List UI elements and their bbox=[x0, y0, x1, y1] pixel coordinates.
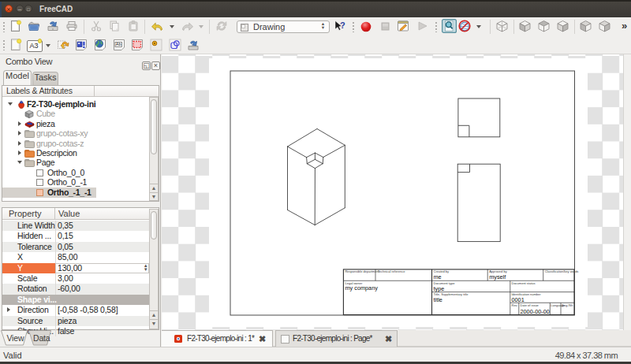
svg-text:Ab: Ab bbox=[115, 42, 121, 46]
svg-text:my company: my company bbox=[345, 284, 379, 292]
svg-text:me: me bbox=[434, 273, 442, 280]
svg-text:Rev.: Rev. bbox=[512, 303, 518, 307]
svg-text:View: View bbox=[7, 333, 24, 343]
svg-text:Data: Data bbox=[33, 333, 50, 343]
svg-text:title: title bbox=[434, 296, 442, 303]
svg-text:myself: myself bbox=[489, 273, 506, 280]
svg-text:?: ? bbox=[340, 20, 345, 30]
svg-text:Date of issue: Date of issue bbox=[521, 303, 540, 307]
svg-text:type: type bbox=[434, 285, 445, 292]
svg-text:Technical reference: Technical reference bbox=[378, 269, 405, 273]
svg-text:2000-00-00: 2000-00-00 bbox=[521, 308, 550, 315]
svg-text:Document status: Document status bbox=[512, 281, 536, 285]
svg-text:Responsible department: Responsible department bbox=[345, 269, 379, 273]
svg-text:Classification/key words: Classification/key words bbox=[545, 269, 579, 273]
svg-text:Seg./Sh: Seg./Sh bbox=[562, 303, 573, 307]
svg-text:0001: 0001 bbox=[512, 296, 525, 303]
